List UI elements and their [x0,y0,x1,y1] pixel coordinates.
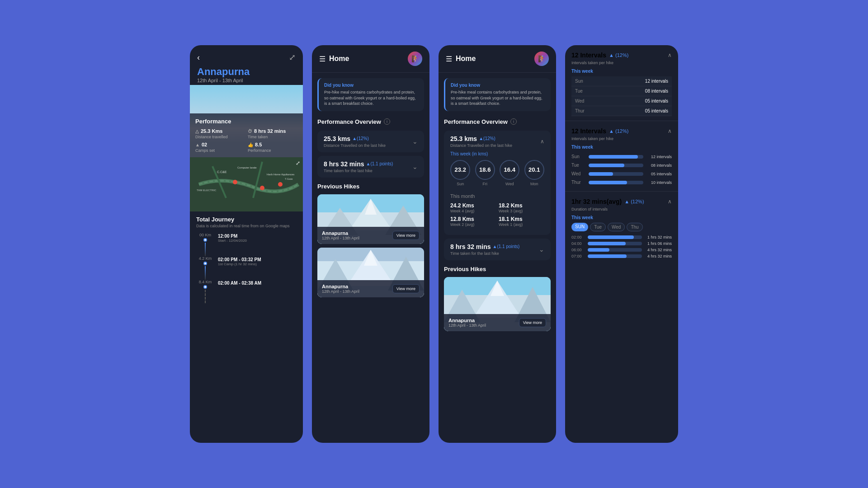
hike-card-1[interactable]: Annapurna 12th April - 13th April View m… [317,194,424,244]
card3-time-sub: Time taken for the last hike [450,251,519,256]
month-stat-val-w2: 12.8 Kms [450,216,496,222]
table-day-sun: Sun [571,76,590,86]
kms-circle-val-wed: 16.4 [500,160,519,180]
card3-hike-name: Annapurna [448,318,486,323]
month-section: This month 24.2 Kms Week 4 (avg) 18.2 Km… [450,190,544,230]
intervals-header-2: 12 Intervals ▲ (12%) ∧ [571,127,672,135]
card3-time-chevron-icon[interactable]: ⌄ [539,246,544,253]
card3-perf-overview-header: Performance Overview i [439,117,556,129]
perf-score-value: 8.5 [255,142,262,147]
card3-hike-photo[interactable]: Annapurna 12th April - 13th April View m… [444,277,551,331]
distance-metric-card[interactable]: 25.3 kms ▲(12%) Distance Travelled on th… [317,131,424,152]
hike2-name: Annapurna [322,284,359,289]
back-button[interactable]: ‹ [197,53,200,62]
timeline-km-3: 8.4 Km [199,280,212,284]
trek-date: 12th April - 13th April [197,78,296,83]
time-bars-section: 02:00 1 hrs 32 mins 04:00 1 hrs 06 mins … [571,235,672,258]
time-stat: ⏱ 8 hrs 32 mins Time taken [248,128,297,139]
month-stat-val-w1: 18.1 Kms [499,216,544,222]
card4-intervals: 12 Intervals ▲ (12%) ∧ Intervals taken p… [565,45,678,443]
intervals-chevron-1[interactable]: ∧ [668,52,672,58]
map-background: C.C&E Computer lande Harb Home Appliance… [190,157,303,211]
user-avatar[interactable]: 🧗 [408,52,422,66]
intervals-header-1: 12 Intervals ▲ (12%) ∧ [571,52,672,59]
info-icon[interactable]: i [384,118,390,125]
intervals-title-1: 12 Intervals [571,52,606,59]
kms-circle-val-fri: 18.6 [475,160,495,180]
mountain-image: Performance △ 25.3 Kms Distance travelle… [190,85,303,157]
svg-point-12 [260,186,264,190]
bar-day-sun: Sun [571,154,585,159]
intervals-sub-1: Intervals taken per hike [571,61,672,65]
table-row: Thur 05 intervals [571,106,672,116]
distance-metric-value: 25.3 kms [324,135,350,142]
kms-circle-mon: 20.1 Mon [524,160,544,186]
time-label-04: 04:00 [571,241,585,246]
svg-point-3 [215,95,237,106]
day-tab-thu[interactable]: Thu [627,223,642,231]
hike1-view-more-button[interactable]: View more [392,231,420,240]
day-tab-wed[interactable]: Wed [608,223,625,231]
hamburger-icon[interactable]: ☰ [319,55,326,63]
card3-home-expanded: ☰ Home 🧗 Did you know Pre-hike meal cont… [439,45,556,443]
intervals-section-1: 12 Intervals ▲ (12%) ∧ Intervals taken p… [565,45,678,121]
month-stat-label-w3: Week 3 (avg) [499,209,544,213]
card3-info-icon[interactable]: i [510,118,517,125]
time-bar-02: 02:00 1 hrs 32 mins [571,235,672,239]
camp-icon: ▲ [195,142,200,147]
share-icon[interactable]: ⤢ [289,52,296,62]
card3-header-left: ☰ Home [446,55,476,63]
card3-distance-chevron-icon[interactable]: ∧ [540,138,544,145]
intervals-badge-3: ▲ (12%) [624,199,644,204]
kms-circle-val-mon: 20.1 [524,160,544,180]
did-you-know-title: Did you know [324,83,419,88]
timeline-dot-2 [203,262,207,265]
intervals-chevron-2[interactable]: ∧ [668,128,672,134]
hike2-view-more-button[interactable]: View more [392,284,420,293]
svg-point-2 [203,96,231,110]
time-val-02: 1 hrs 32 mins [645,235,672,239]
table-row: Tue 08 intervals [571,86,672,96]
total-journey-sub: Data is calculated in real time from on … [196,224,297,228]
perf-score-stat: 👍 8.5 Performance [248,142,297,153]
time-metric-card[interactable]: 8 hrs 32 mins ▲(1.1 points) Time taken f… [317,156,424,178]
weekly-kms-section: This week (in kms) 23.2 Sun 18.6 Fri 16.… [450,151,544,186]
hike-info-1: Annapurna 12th April - 13th April View m… [317,227,424,244]
intervals-chevron-3[interactable]: ∧ [668,198,672,205]
distance-value: 25.3 Kms [201,128,222,134]
svg-text:Harb Home Appliances: Harb Home Appliances [267,173,294,176]
time-bar-fill-02 [588,235,634,239]
bar-val-sun: 12 intervals [647,155,672,159]
day-tab-sun[interactable]: SUN [571,223,588,231]
card3-time-metric-card[interactable]: 8 hrs 32 mins ▲(1.1 points) Time taken f… [444,239,551,260]
month-stat-val-w3: 18.2 Kms [499,202,544,209]
card3-header: ☰ Home 🧗 [439,45,556,73]
distance-chevron-icon[interactable]: ⌄ [412,138,418,145]
time-chevron-icon[interactable]: ⌄ [412,163,418,170]
card1-header: ‹ ⤢ [190,45,303,66]
month-stat-label-w2: Week 2 (avg) [450,222,496,227]
card3-view-more-button[interactable]: View more [519,318,546,327]
hike-card-2[interactable]: Annapurna 12th April - 13th April View m… [317,248,424,297]
bar-fill-tue [589,164,624,167]
svg-text:T.Gate: T.Gate [285,178,293,180]
day-tab-tue[interactable]: Tue [590,223,606,231]
bar-fill-sun [589,155,638,159]
card3-distance-expanded: 25.3 kms ▲(12%) Distance Travelled on th… [444,131,551,235]
kms-circle-fri: 18.6 Fri [475,160,495,186]
svg-text:Computer lande: Computer lande [237,166,257,169]
card3-did-you-know-title: Did you know [451,83,545,88]
time-metric-sub: Time taken for the last hike [324,169,393,173]
table-day-thur: Thur [571,106,590,116]
bar-day-wed: Wed [571,171,585,176]
distance-stat: △ 25.3 Kms Distance travelled [195,128,245,139]
perf-stats-grid: △ 25.3 Kms Distance travelled ⏱ 8 hrs 32… [195,128,297,153]
time-val-07: 4 hrs 32 mins [645,254,672,258]
card3-user-avatar[interactable]: 🧗 [534,52,549,66]
kms-circle-val-sun: 23.2 [450,160,470,180]
expand-icon[interactable]: ⤢ [296,160,300,166]
card3-hamburger-icon[interactable]: ☰ [446,55,452,63]
bar-bg-sun [589,155,643,159]
hike2-date: 12th April - 13th April [322,289,359,294]
card3-did-you-know-box: Did you know Pre-hike meal contains carb… [444,78,551,111]
